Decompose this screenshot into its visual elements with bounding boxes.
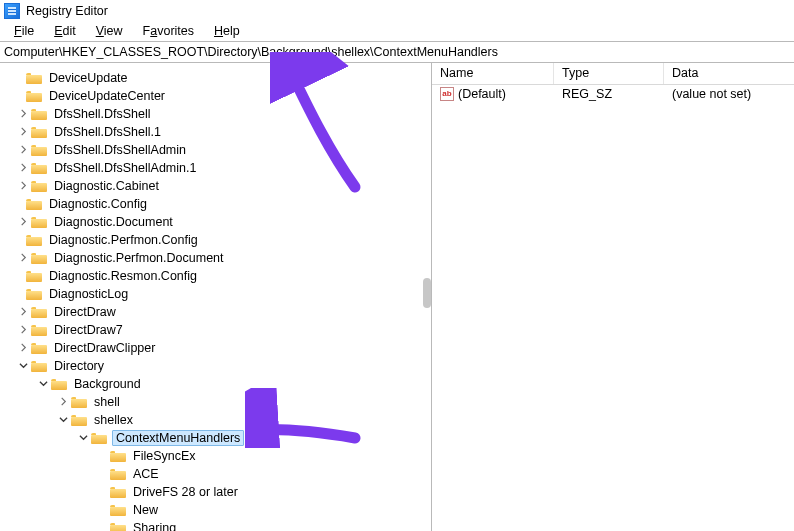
tree-pane[interactable]: DeviceUpdate DeviceUpdateCenter DfsShell… — [0, 63, 432, 531]
chevron-right-icon[interactable] — [16, 179, 30, 193]
menubar: File Edit View Favorites Help — [0, 21, 794, 41]
regedit-icon — [4, 3, 20, 19]
tree-item-background[interactable]: Background — [2, 375, 431, 393]
value-name: (Default) — [458, 87, 506, 101]
chevron-down-icon[interactable] — [16, 359, 30, 373]
tree-item[interactable]: New — [2, 501, 431, 519]
tree-item[interactable]: FileSyncEx — [2, 447, 431, 465]
folder-icon — [31, 342, 47, 354]
folder-icon — [51, 378, 67, 390]
folder-icon — [26, 198, 42, 210]
folder-icon — [31, 216, 47, 228]
tree-item[interactable]: Diagnostic.Perfmon.Config — [2, 231, 431, 249]
chevron-down-icon[interactable] — [56, 413, 70, 427]
menu-favorites[interactable]: Favorites — [133, 22, 204, 40]
values-pane[interactable]: Name Type Data ab (Default) REG_SZ (valu… — [432, 63, 794, 531]
folder-icon — [31, 360, 47, 372]
tree-item[interactable]: Diagnostic.Document — [2, 213, 431, 231]
tree-item-shellex[interactable]: shellex — [2, 411, 431, 429]
folder-icon — [71, 414, 87, 426]
address-bar[interactable]: Computer\HKEY_CLASSES_ROOT\Directory\Bac… — [0, 41, 794, 63]
folder-icon — [31, 126, 47, 138]
chevron-right-icon[interactable] — [16, 125, 30, 139]
folder-icon — [26, 90, 42, 102]
tree-item[interactable]: Diagnostic.Config — [2, 195, 431, 213]
content-area: DeviceUpdate DeviceUpdateCenter DfsShell… — [0, 63, 794, 531]
column-header-type[interactable]: Type — [554, 63, 664, 84]
menu-edit[interactable]: Edit — [44, 22, 86, 40]
chevron-right-icon[interactable] — [16, 215, 30, 229]
chevron-right-icon[interactable] — [16, 323, 30, 337]
folder-icon — [110, 504, 126, 516]
folder-icon — [31, 252, 47, 264]
value-data: (value not set) — [672, 87, 751, 101]
value-type: REG_SZ — [562, 87, 612, 101]
folder-icon — [26, 288, 42, 300]
menu-view[interactable]: View — [86, 22, 133, 40]
chevron-right-icon[interactable] — [56, 395, 70, 409]
column-header-data[interactable]: Data — [664, 63, 794, 84]
tree-item[interactable]: DirectDrawClipper — [2, 339, 431, 357]
tree-item[interactable]: Diagnostic.Cabinet — [2, 177, 431, 195]
window-title: Registry Editor — [26, 4, 108, 18]
menu-help[interactable]: Help — [204, 22, 250, 40]
menu-file[interactable]: File — [4, 22, 44, 40]
registry-editor-window: Registry Editor File Edit View Favorites… — [0, 0, 794, 531]
folder-icon — [26, 234, 42, 246]
folder-icon — [31, 144, 47, 156]
tree-item-directory[interactable]: Directory — [2, 357, 431, 375]
registry-tree: DeviceUpdate DeviceUpdateCenter DfsShell… — [0, 63, 431, 531]
folder-icon — [31, 324, 47, 336]
chevron-down-icon[interactable] — [36, 377, 50, 391]
tree-item[interactable]: DiagnosticLog — [2, 285, 431, 303]
tree-item[interactable]: DfsShell.DfsShellAdmin — [2, 141, 431, 159]
chevron-right-icon[interactable] — [16, 143, 30, 157]
folder-icon — [110, 468, 126, 480]
tree-item[interactable]: DfsShell.DfsShell — [2, 105, 431, 123]
folder-icon — [91, 432, 107, 444]
tree-item[interactable]: Diagnostic.Perfmon.Document — [2, 249, 431, 267]
tree-item[interactable]: DriveFS 28 or later — [2, 483, 431, 501]
folder-icon — [110, 486, 126, 498]
value-row[interactable]: ab (Default) REG_SZ (value not set) — [432, 85, 794, 103]
tree-item[interactable]: DfsShell.DfsShell.1 — [2, 123, 431, 141]
tree-item[interactable]: Sharing — [2, 519, 431, 531]
tree-item[interactable]: DeviceUpdateCenter — [2, 87, 431, 105]
tree-item-shell[interactable]: shell — [2, 393, 431, 411]
folder-icon — [26, 270, 42, 282]
address-path: Computer\HKEY_CLASSES_ROOT\Directory\Bac… — [4, 45, 498, 59]
folder-icon — [110, 522, 126, 531]
column-header-name[interactable]: Name — [432, 63, 554, 84]
chevron-right-icon[interactable] — [16, 107, 30, 121]
list-header: Name Type Data — [432, 63, 794, 85]
chevron-right-icon[interactable] — [16, 161, 30, 175]
folder-icon — [31, 306, 47, 318]
folder-icon — [110, 450, 126, 462]
string-value-icon: ab — [440, 87, 454, 101]
tree-item[interactable]: DirectDraw7 — [2, 321, 431, 339]
folder-icon — [31, 162, 47, 174]
folder-icon — [31, 180, 47, 192]
tree-item[interactable]: Diagnostic.Resmon.Config — [2, 267, 431, 285]
chevron-right-icon[interactable] — [16, 305, 30, 319]
tree-item[interactable]: ACE — [2, 465, 431, 483]
folder-icon — [31, 108, 47, 120]
folder-icon — [71, 396, 87, 408]
folder-icon — [26, 72, 42, 84]
tree-item[interactable]: DirectDraw — [2, 303, 431, 321]
tree-item[interactable]: DeviceUpdate — [2, 69, 431, 87]
chevron-right-icon[interactable] — [16, 341, 30, 355]
chevron-right-icon[interactable] — [16, 251, 30, 265]
titlebar[interactable]: Registry Editor — [0, 0, 794, 21]
tree-item-contextmenuhandlers[interactable]: ContextMenuHandlers — [2, 429, 431, 447]
chevron-down-icon[interactable] — [76, 431, 90, 445]
tree-item[interactable]: DfsShell.DfsShellAdmin.1 — [2, 159, 431, 177]
